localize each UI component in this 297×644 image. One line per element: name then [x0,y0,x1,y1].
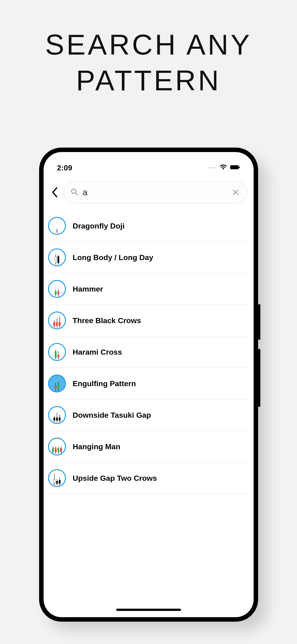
list-item-label: Three Black Crows [73,316,141,325]
back-button[interactable] [48,184,61,200]
promo-headline: SEARCH ANY PATTERN [0,27,297,98]
list-item[interactable]: Three Black Crows [46,305,251,336]
list-item-label: Engulfing Pattern [73,379,136,388]
status-time: 2:09 [57,164,72,172]
hanging-man-icon [48,438,66,456]
signal-icon [208,167,215,168]
three-black-crows-icon [48,312,66,330]
status-icons [208,164,240,172]
phone-frame: 2:09 [39,148,258,622]
list-item[interactable]: Hanging Man [46,431,251,462]
phone-screen: 2:09 [43,152,254,617]
list-item-label: Dragonfly Doji [73,222,124,230]
wifi-icon [220,164,227,172]
list-item[interactable]: Downside Tasuki Gap [46,399,251,431]
clear-search-button[interactable] [231,188,240,197]
results-list: Dragonfly DojiLong Body / Long DayHammer… [43,208,254,494]
svg-rect-0 [230,165,239,169]
list-item[interactable]: Dragonfly Doji [46,210,251,242]
status-bar: 2:09 [43,152,254,177]
list-item-label: Hanging Man [73,442,120,451]
list-item-label: Downside Tasuki Gap [73,411,151,420]
close-icon [232,189,239,196]
list-item-label: Hammer [73,285,103,294]
list-item[interactable]: Upside Gap Two Crows [46,462,251,494]
battery-icon [230,164,240,171]
tasuki-gap-icon [48,406,66,424]
harami-cross-icon [48,343,66,361]
search-input[interactable] [83,188,227,197]
list-item[interactable]: Harami Cross [46,336,251,368]
home-indicator [116,609,181,611]
svg-line-3 [75,193,77,195]
search-icon [71,188,78,196]
list-item[interactable]: Long Body / Long Day [46,242,251,273]
list-item-label: Upside Gap Two Crows [73,474,157,482]
list-item-label: Harami Cross [73,348,122,356]
engulfing-icon [48,374,66,392]
svg-rect-1 [239,166,240,168]
chevron-left-icon [52,188,58,197]
hammer-icon [48,280,66,298]
headline-line-2: PATTERN [0,62,297,98]
long-body-icon [48,248,66,266]
headline-line-1: SEARCH ANY [0,27,297,62]
dragonfly-doji-icon [48,217,66,235]
upside-gap-two-crows-icon [48,469,66,487]
list-item[interactable]: Hammer [46,273,251,305]
list-item[interactable]: Engulfing Pattern [46,368,251,399]
search-field[interactable] [64,181,247,204]
search-row [43,177,254,208]
list-item-label: Long Body / Long Day [73,253,153,262]
